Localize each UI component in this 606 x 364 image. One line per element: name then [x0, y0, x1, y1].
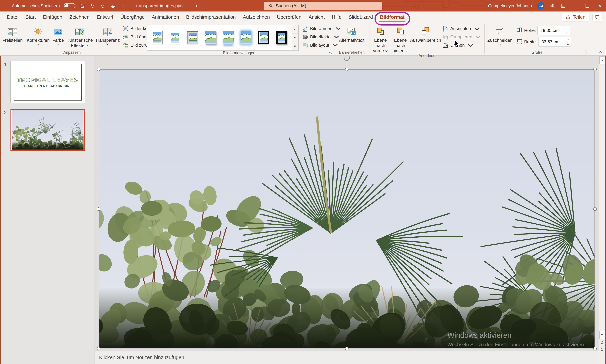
freistellen-button[interactable]: Freistellen [1, 24, 24, 49]
ausrichten-button[interactable]: Ausrichten [443, 25, 483, 33]
scroll-up-button[interactable]: ▲ [599, 56, 605, 64]
maximize-button[interactable] [584, 2, 591, 10]
slide-thumbnail-panel: 1 TROPICAL LEAVES TRANSPARENT BACKGROUND… [0, 56, 95, 364]
chevron-down-icon [385, 50, 388, 52]
tab-uebergaenge[interactable]: Übergänge [117, 12, 148, 23]
slide-thumbnail-1[interactable]: 1 TROPICAL LEAVES TRANSPARENT BACKGROUND [0, 61, 85, 103]
ribbon-display-options-icon[interactable] [560, 3, 566, 9]
tab-zeichnen[interactable]: Zeichnen [66, 12, 93, 23]
resize-handle-top-left[interactable] [97, 68, 100, 71]
ebene-nach-hinten-button[interactable]: Ebene nach hinten [390, 24, 410, 53]
undo-icon[interactable] [90, 3, 95, 9]
scroll-down-button[interactable]: ▼ [599, 331, 605, 339]
chevron-down-icon [406, 50, 408, 52]
previous-slide-button[interactable] [599, 339, 605, 346]
tab-bildformat[interactable]: Bildformat [377, 12, 408, 23]
next-slide-button[interactable] [599, 346, 605, 353]
vertical-scrollbar[interactable]: ▲ ▼ [599, 56, 605, 364]
chevron-down-icon [468, 42, 474, 48]
resize-handle-top-right[interactable] [593, 68, 597, 71]
tab-einfuegen[interactable]: Einfügen [40, 12, 66, 23]
present-from-start-icon[interactable] [110, 3, 116, 9]
zuschneiden-button[interactable]: Zuschneiden [486, 24, 514, 49]
farbe-button[interactable]: Farbe [51, 24, 65, 49]
picture-style-white-frame[interactable] [168, 28, 183, 47]
gallery-scroll-up[interactable] [292, 25, 298, 33]
picture-style-simple-frame[interactable] [150, 28, 165, 47]
chevron-down-icon [475, 34, 481, 40]
drehen-button[interactable]: Drehen [443, 41, 483, 49]
picture-style-thick-black-frame[interactable] [274, 28, 289, 47]
height-stepper[interactable] [566, 27, 568, 34]
collapse-ribbon-button[interactable] [599, 51, 602, 54]
tab-slidelizard[interactable]: SlideLizard [345, 12, 376, 23]
auswahlbereich-button[interactable]: Auswahlbereich [410, 24, 441, 53]
group-label-barrierefreiheit: Barrierefreiheit [339, 50, 365, 55]
tab-hilfe[interactable]: Hilfe [328, 12, 345, 23]
resize-handle-middle-right[interactable] [593, 207, 597, 211]
tab-ansicht[interactable]: Ansicht [305, 12, 328, 23]
notes-bar[interactable]: Klicken Sie, um Notizen hinzuzufügen [95, 351, 599, 364]
autosave-toggle[interactable] [64, 3, 75, 8]
save-icon[interactable] [80, 3, 85, 9]
dialog-launcher-icon[interactable] [584, 50, 589, 54]
resize-handle-bottom-middle[interactable] [345, 347, 348, 350]
tab-aufzeichnen[interactable]: Aufzeichnen [239, 12, 273, 23]
tab-ueberpruefen[interactable]: Überprüfen [273, 12, 305, 23]
picture-style-black-frame[interactable] [256, 28, 271, 47]
customize-qat-icon[interactable] [120, 3, 126, 9]
chevron-down-icon [85, 45, 88, 47]
korrekturen-button[interactable]: Korrekturen [25, 24, 51, 49]
change-picture-icon [123, 34, 129, 40]
document-title[interactable]: transparent-images.pptx - ... ▼ [136, 3, 198, 8]
window-edge-right [605, 56, 606, 364]
slide-thumbnail-2[interactable]: 2 [0, 109, 85, 151]
reset-picture-icon [123, 42, 129, 48]
dialog-launcher-icon[interactable] [329, 51, 333, 56]
gallery-more-button[interactable] [292, 42, 298, 50]
tab-entwurf[interactable]: Entwurf [93, 12, 117, 23]
width-stepper[interactable] [567, 38, 569, 45]
redo-icon[interactable] [100, 3, 106, 9]
picture-styles-gallery [147, 25, 299, 51]
search-input[interactable]: Suchen (Alt+M) [264, 2, 382, 10]
tab-start[interactable]: Start [22, 12, 40, 23]
feedback-megaphone-icon[interactable] [550, 3, 555, 9]
tab-datei[interactable]: Datei [3, 12, 22, 23]
slide-1-preview[interactable]: TROPICAL LEAVES TRANSPARENT BACKGROUND [11, 61, 85, 103]
group-bildformatvorlagen: Bildrahmen Bildeffekte Bildlayout Bildfo… [144, 23, 334, 55]
minimize-button[interactable] [571, 2, 579, 10]
width-label: Breite: [524, 39, 537, 44]
comments-button[interactable] [593, 13, 602, 21]
group-objects-icon [443, 34, 448, 40]
resize-handle-middle-left[interactable] [97, 207, 100, 211]
selected-picture[interactable]: Windows aktivieren Wechseln Sie zu den E… [99, 69, 595, 349]
ebene-nach-vorne-button[interactable]: Ebene nach vorne [370, 24, 390, 53]
resize-handle-bottom-left[interactable] [97, 347, 100, 350]
picture-style-reflection[interactable] [221, 28, 236, 47]
resize-handle-bottom-right[interactable] [593, 347, 597, 350]
gallery-scroll-down[interactable] [292, 33, 298, 42]
kuenstlerische-effekte-button[interactable]: Künstlerische Effekte [65, 24, 94, 49]
main-area: 1 TROPICAL LEAVES TRANSPARENT BACKGROUND… [0, 56, 606, 364]
picture-effects-icon [302, 34, 308, 40]
picture-style-soft-glow[interactable] [238, 28, 253, 47]
height-input[interactable]: 19,05 cm [538, 26, 570, 35]
windows-activation-watermark: Windows aktivieren Wechseln Sie zu den E… [448, 331, 585, 347]
picture-style-metal-frame[interactable] [185, 28, 200, 47]
tab-animationen[interactable]: Animationen [148, 12, 183, 23]
rotate-icon [443, 42, 448, 48]
chevron-down-icon [57, 43, 60, 45]
transparenz-button[interactable]: Transparenz [94, 24, 121, 49]
search-icon [269, 3, 273, 8]
avatar[interactable]: GJ [537, 2, 544, 10]
alternativtext-button[interactable]: Alternativtext [338, 24, 366, 49]
picture-style-drop-shadow[interactable] [203, 28, 218, 47]
resize-handle-top-middle[interactable] [345, 68, 348, 71]
close-button[interactable]: ✕ [596, 2, 604, 10]
slide-2-preview-selected[interactable] [11, 109, 85, 151]
share-button[interactable]: Teilen [562, 13, 589, 21]
tab-bildschirmpraesentation[interactable]: Bildschirmpräsentation [183, 12, 239, 23]
alt-text-icon [347, 24, 356, 37]
width-input[interactable]: 33,87 cm [539, 37, 571, 46]
